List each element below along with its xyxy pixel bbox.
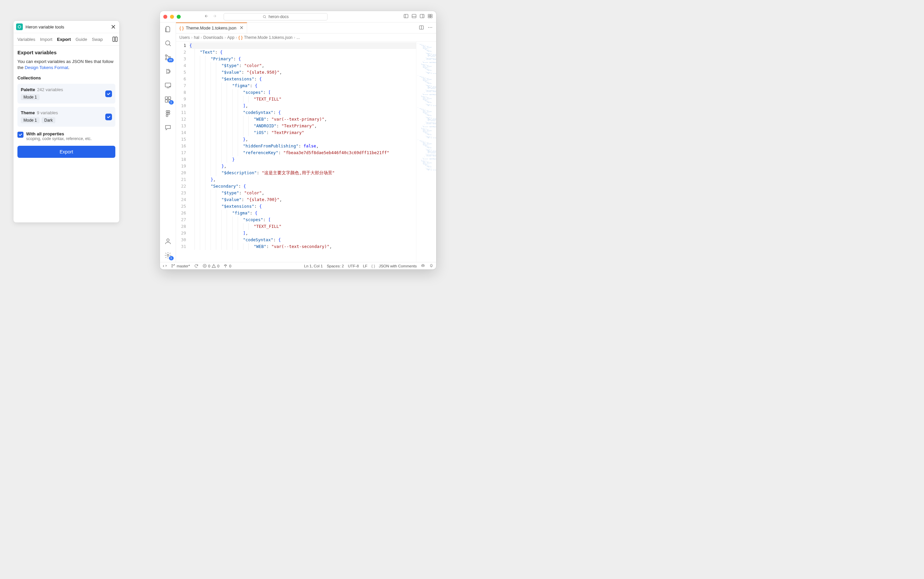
layout-panel-icon[interactable] <box>411 13 417 20</box>
traffic-zoom[interactable] <box>177 15 181 19</box>
svg-point-24 <box>167 239 169 241</box>
panel-title: Heron variable tools <box>26 25 108 29</box>
layout-sidebar-left-icon[interactable] <box>403 13 409 20</box>
panel-body: Export variables You can export variable… <box>13 46 120 163</box>
svg-point-23 <box>166 115 168 117</box>
explorer-icon[interactable] <box>164 25 172 33</box>
remote-explorer-icon[interactable] <box>164 82 172 90</box>
panel-header: Heron variable tools <box>13 21 120 33</box>
svg-rect-4 <box>420 15 424 18</box>
breadcrumb-segment[interactable]: App <box>227 35 234 40</box>
traffic-close[interactable] <box>163 15 167 19</box>
extensions-icon[interactable]: 1 <box>164 95 172 103</box>
nav-arrows <box>204 14 217 20</box>
heron-plugin-panel: Heron variable tools Variables Import Ex… <box>13 21 120 222</box>
tab-import[interactable]: Import <box>40 37 52 42</box>
search-text: heron-docs <box>269 15 289 19</box>
collection-checkbox[interactable] <box>105 114 112 120</box>
search-icon[interactable] <box>164 39 172 47</box>
collections-label: Collections <box>18 75 115 80</box>
layout-sidebar-right-icon[interactable] <box>419 13 425 20</box>
svg-point-36 <box>423 265 423 266</box>
tab-swap[interactable]: Swap <box>92 37 103 42</box>
split-editor-icon[interactable] <box>419 25 424 31</box>
svg-point-1 <box>263 15 265 18</box>
scm-badge: 20 <box>167 58 173 62</box>
problems[interactable]: 0 0 <box>203 264 220 268</box>
option-sublabel: scoping, code syntax, reference, etc. <box>26 136 92 141</box>
svg-point-14 <box>169 87 170 87</box>
layout-icons <box>403 13 433 20</box>
editor-tabs: { } Theme.Mode 1.tokens.json <box>176 23 436 34</box>
remote-indicator[interactable] <box>162 264 167 268</box>
code-editor[interactable]: 1234567891011121314151617181920212223242… <box>176 41 436 262</box>
account-icon[interactable] <box>164 237 172 245</box>
svg-point-21 <box>168 113 170 114</box>
svg-point-30 <box>172 264 172 265</box>
indentation[interactable]: Spaces: 2 <box>327 264 344 268</box>
sync-icon[interactable] <box>194 264 198 268</box>
comments-icon[interactable] <box>164 124 172 132</box>
mode-chip[interactable]: Mode 1 <box>21 94 39 100</box>
svg-point-31 <box>172 267 172 267</box>
breadcrumb[interactable]: Users› hal› Downloads› App› { } Theme.Mo… <box>176 34 436 41</box>
editor-area: { } Theme.Mode 1.tokens.json Users› hal›… <box>176 23 436 262</box>
option-checkbox[interactable] <box>18 132 23 138</box>
source-control-icon[interactable]: 20 <box>164 53 172 61</box>
svg-point-10 <box>165 55 167 56</box>
breadcrumb-segment[interactable]: hal <box>194 35 199 40</box>
nav-back-icon[interactable] <box>204 14 209 20</box>
collection-count: 242 variables <box>37 87 63 92</box>
tab-guide[interactable]: Guide <box>75 37 87 42</box>
collection-palette[interactable]: Palette 242 variables Mode 1 <box>18 84 115 103</box>
nav-forward-icon[interactable] <box>212 14 217 20</box>
ports[interactable]: 0 <box>223 264 231 268</box>
collection-count: 9 variables <box>37 110 58 115</box>
svg-point-19 <box>166 111 168 113</box>
cursor-position[interactable]: Ln 1, Col 1 <box>304 264 323 268</box>
git-branch[interactable]: master* <box>171 264 190 268</box>
breadcrumb-segment[interactable]: ... <box>297 35 300 40</box>
svg-rect-18 <box>168 97 170 99</box>
mode-chip[interactable]: Mode 1 <box>21 117 39 123</box>
code-content[interactable]: { "Text": { "Primary": { "$type": "color… <box>189 41 436 262</box>
collection-checkbox[interactable] <box>105 90 112 97</box>
tab-variables[interactable]: Variables <box>18 37 35 42</box>
run-debug-icon[interactable] <box>164 67 172 75</box>
settings-gear-icon[interactable]: 1 <box>164 251 172 259</box>
eol[interactable]: LF <box>363 264 367 268</box>
language-mode[interactable]: { } JSON with Comments <box>372 264 417 268</box>
export-button[interactable]: Export <box>18 146 115 158</box>
layout-customize-icon[interactable] <box>428 13 433 20</box>
figma-icon[interactable] <box>164 110 172 118</box>
editor-tab[interactable]: { } Theme.Mode 1.tokens.json <box>176 23 247 33</box>
svg-rect-2 <box>404 15 408 18</box>
minimap[interactable]: { "Text": { "Primary": { "$type": "color… <box>416 41 436 262</box>
heron-logo-icon <box>16 23 23 30</box>
svg-rect-7 <box>428 16 430 18</box>
panel-close-button[interactable] <box>111 24 116 29</box>
encoding[interactable]: UTF-8 <box>348 264 359 268</box>
tab-export[interactable]: Export <box>57 37 71 42</box>
svg-point-9 <box>165 41 170 45</box>
gear-badge: 1 <box>169 256 174 260</box>
command-center[interactable]: heron-docs <box>224 13 328 20</box>
breadcrumb-segment[interactable]: Users <box>179 35 190 40</box>
ext-badge: 1 <box>169 100 174 105</box>
breadcrumb-segment[interactable]: Theme.Mode 1.tokens.json <box>244 35 293 40</box>
svg-rect-3 <box>412 15 416 18</box>
tab-close-icon[interactable] <box>240 26 243 31</box>
notifications-icon[interactable] <box>429 263 434 268</box>
export-description: You can export variables as JSON files t… <box>18 59 115 71</box>
option-all-properties[interactable]: With all properties scoping, code syntax… <box>18 130 115 141</box>
mode-chip[interactable]: Dark <box>42 117 55 123</box>
design-tokens-link[interactable]: Design Tokens Format <box>25 65 69 70</box>
copilot-icon[interactable] <box>421 263 425 268</box>
more-actions-icon[interactable] <box>428 25 433 31</box>
docs-icon[interactable] <box>112 36 118 42</box>
line-numbers: 1234567891011121314151617181920212223242… <box>176 41 189 262</box>
collection-name: Theme <box>21 110 35 115</box>
collection-theme[interactable]: Theme 9 variables Mode 1 Dark <box>18 107 115 127</box>
traffic-minimize[interactable] <box>170 15 174 19</box>
breadcrumb-segment[interactable]: Downloads <box>203 35 223 40</box>
